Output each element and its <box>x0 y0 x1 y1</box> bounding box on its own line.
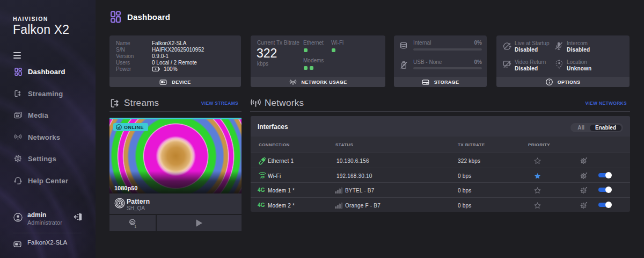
svg-text:AP: AP <box>260 176 265 179</box>
svg-text:1: 1 <box>134 224 136 228</box>
